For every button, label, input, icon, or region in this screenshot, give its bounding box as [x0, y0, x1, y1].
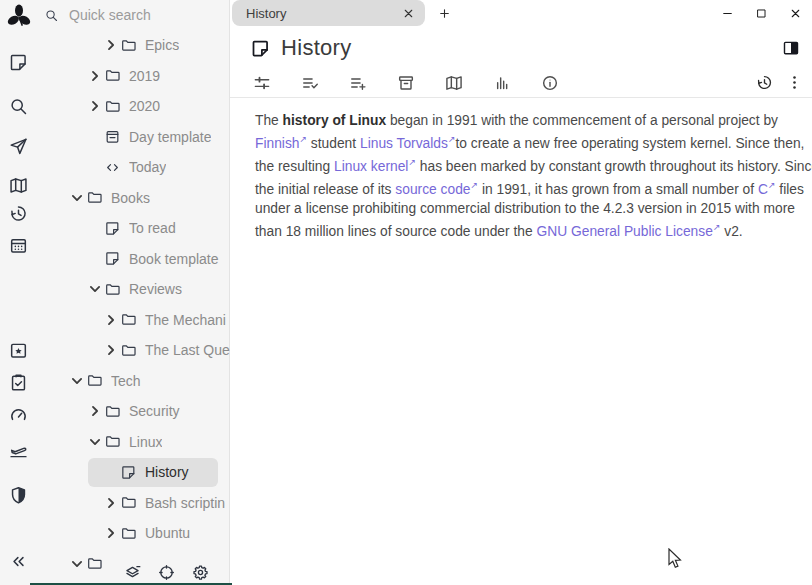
content-text: in 1991, it has grown from a small numbe… [478, 182, 758, 197]
layers-minus-icon[interactable] [123, 563, 142, 582]
chevron-down-icon[interactable] [68, 372, 86, 390]
app-window: Quick search Epics20192020Day templateTo… [0, 0, 812, 585]
note-toolbar [230, 68, 812, 98]
clock-history-icon[interactable] [755, 73, 774, 92]
content-pane: History History The history of Linux beg… [230, 0, 812, 585]
new-tab-button[interactable] [432, 1, 456, 25]
gear-icon[interactable] [191, 563, 210, 582]
content-link[interactable]: source code↗ [395, 182, 478, 197]
tree-item-to-read[interactable]: To read [38, 213, 230, 244]
split-pane-icon[interactable] [781, 38, 801, 58]
tree-item-reviews[interactable]: Reviews [38, 274, 230, 305]
note-tree: Epics20192020Day templateTodayBooksTo re… [38, 30, 230, 579]
chevron-right-icon[interactable] [102, 494, 120, 512]
tree-item-the-mechani[interactable]: The Mechani [38, 305, 230, 336]
search-icon [44, 8, 59, 23]
content-text: v2. [720, 224, 742, 239]
chevron-down-icon[interactable] [86, 433, 104, 451]
tree-item-ubuntu[interactable]: Ubuntu [38, 518, 230, 549]
tab-close-icon[interactable] [402, 7, 415, 20]
book-icon[interactable] [8, 175, 29, 196]
note-title[interactable]: History [281, 35, 352, 61]
shield-icon[interactable] [8, 485, 29, 506]
trilium-logo-icon[interactable] [4, 2, 34, 32]
chevron-right-icon[interactable] [102, 341, 120, 359]
note-icon[interactable] [8, 52, 29, 73]
quick-search-input[interactable]: Quick search [38, 0, 230, 30]
tree-item-label: The Mechani [145, 312, 226, 328]
launcher-rail [0, 0, 38, 585]
tree-item-the-last-que[interactable]: The Last Que [38, 335, 230, 366]
book-icon[interactable] [444, 73, 464, 93]
content-link[interactable]: Linux kernel↗ [334, 159, 416, 174]
chevron-right-icon[interactable] [86, 402, 104, 420]
clock-history-icon[interactable] [8, 203, 29, 224]
tree-item-label: Book template [129, 251, 219, 267]
close-window-button[interactable] [789, 7, 802, 20]
note-content[interactable]: The history of Linux began in 1991 with … [230, 98, 812, 241]
calendar-icon[interactable] [8, 235, 29, 256]
plane-icon[interactable] [8, 440, 29, 461]
tree-item-label: To read [129, 220, 176, 236]
list-check-icon[interactable] [300, 73, 320, 93]
tree-item-bash-scriptin[interactable]: Bash scriptin [38, 488, 230, 519]
chevron-right-icon[interactable] [102, 311, 120, 329]
maximize-button[interactable] [755, 7, 768, 20]
search-icon[interactable] [8, 96, 29, 117]
tree-footer-actions [123, 563, 210, 582]
note-header: History [230, 28, 812, 68]
gauge-icon[interactable] [8, 405, 29, 426]
folder-icon [120, 494, 137, 511]
tree-item-label: Bash scriptin [145, 495, 225, 511]
tab-history[interactable]: History [232, 0, 425, 26]
chevron-down-icon[interactable] [86, 280, 104, 298]
tree-item-linux[interactable]: Linux [38, 427, 230, 458]
tab-bar: History [230, 0, 812, 26]
tree-item-today[interactable]: Today [38, 152, 230, 183]
calendar-small-icon [104, 128, 121, 145]
note-icon [120, 464, 137, 481]
send-icon[interactable] [8, 136, 29, 157]
tree-item-tech[interactable]: Tech [38, 366, 230, 397]
folder-icon [104, 403, 121, 420]
window-controls [721, 0, 802, 26]
tree-item-security[interactable]: Security [38, 396, 230, 427]
chevron-right-icon[interactable] [86, 97, 104, 115]
bar-chart-icon[interactable] [492, 73, 512, 93]
tree-item-history[interactable]: History [38, 457, 230, 488]
chevron-right-icon[interactable] [86, 67, 104, 85]
info-icon[interactable] [540, 73, 560, 93]
chevrons-left-icon[interactable] [8, 551, 29, 572]
clipboard-check-icon[interactable] [8, 372, 29, 393]
content-link[interactable]: C↗ [758, 182, 776, 197]
tree-item-2019[interactable]: 2019 [38, 61, 230, 92]
note-icon [104, 220, 121, 237]
tree-item-label: Today [129, 159, 166, 175]
folder-icon [120, 342, 137, 359]
tree-item-label: 2020 [129, 98, 160, 114]
chevron-right-icon[interactable] [102, 524, 120, 542]
content-bold-text: history of Linux [283, 113, 386, 128]
kebab-icon[interactable] [785, 73, 804, 92]
content-link[interactable]: GNU General Public License↗ [536, 224, 720, 239]
tree-item-day-template[interactable]: Day template [38, 122, 230, 153]
note-icon [104, 250, 121, 267]
chevron-down-icon[interactable] [68, 555, 86, 573]
tree-item-label: History [145, 464, 189, 480]
sliders-icon[interactable] [252, 73, 272, 93]
calendar-star-icon[interactable] [8, 340, 29, 361]
list-plus-icon[interactable] [348, 73, 368, 93]
content-text: The [255, 113, 283, 128]
content-link[interactable]: Linus Torvalds↗ [360, 136, 456, 151]
target-icon[interactable] [157, 563, 176, 582]
minimize-button[interactable] [721, 7, 734, 20]
chevron-right-icon[interactable] [102, 36, 120, 54]
tree-item-2020[interactable]: 2020 [38, 91, 230, 122]
tree-item-book-template[interactable]: Book template [38, 244, 230, 275]
tree-item-epics[interactable]: Epics [38, 30, 230, 61]
content-link[interactable]: Finnish↗ [255, 136, 307, 151]
tree-item-label: Security [129, 403, 180, 419]
archive-icon[interactable] [396, 73, 416, 93]
chevron-down-icon[interactable] [68, 189, 86, 207]
tree-item-books[interactable]: Books [38, 183, 230, 214]
